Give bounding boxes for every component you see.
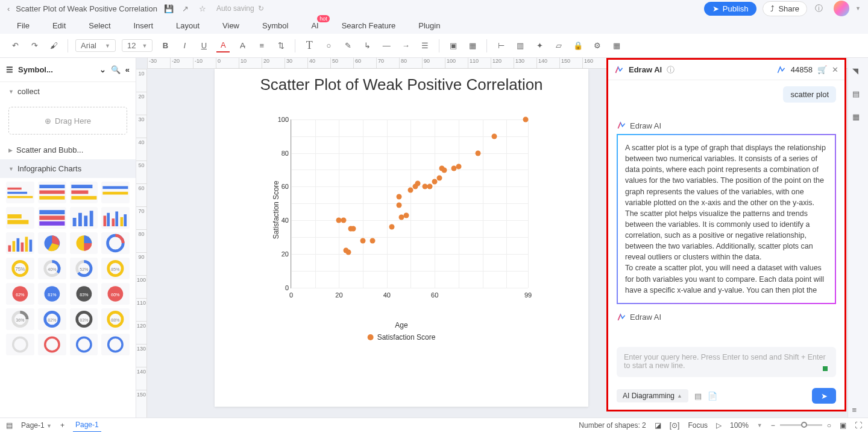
ai-tool-icon[interactable]: ▤ [694,392,702,401]
chart-thumb[interactable] [70,334,98,355]
chart-thumb[interactable] [101,334,130,355]
page-tab[interactable]: Page-1 [73,418,101,433]
shape-tool-icon[interactable]: ○ [322,39,335,52]
menu-insert[interactable]: Insert [134,21,154,30]
ai-help-icon[interactable]: ⓘ [667,65,675,75]
ai-tool-icon[interactable]: 📄 [708,392,717,401]
chart-thumb[interactable]: 83% [70,308,98,330]
table-icon[interactable]: ▦ [610,39,623,52]
chart-thumb[interactable]: 36% [6,308,34,330]
back-button[interactable]: ‹ [7,4,10,13]
menu-select[interactable]: Select [89,21,110,30]
menu-layout[interactable]: Layout [176,21,200,30]
panel-icon[interactable]: ▤ [852,89,864,101]
help-icon[interactable]: ⓘ [813,3,824,14]
page-document[interactable]: Scatter Plot of Weak Positive Correlatio… [215,69,588,407]
share-button[interactable]: ⤴Share [763,1,807,16]
connector-tool-icon[interactable]: ↳ [360,39,374,52]
lock-icon[interactable]: 🔒 [571,39,585,52]
drag-here-dropzone[interactable]: ⊕Drag Here [8,107,127,135]
zoom-in-button[interactable]: ○ [827,421,831,430]
menu-file[interactable]: File [17,21,30,30]
menu-plugin[interactable]: Plugin [418,21,440,30]
chart-thumb[interactable]: 81% [38,283,66,305]
chart-thumb[interactable]: 75% [6,258,34,279]
add-page-button[interactable]: + [60,421,64,430]
avatar-menu-caret[interactable]: ▼ [855,5,861,11]
menu-symbol[interactable]: Symbol [262,21,288,30]
chart-thumb[interactable]: 60% [101,283,130,305]
export-icon[interactable]: ↗ [180,4,191,13]
text-color-button[interactable]: A [216,39,230,52]
group-icon[interactable]: ▥ [514,39,527,52]
ai-send-button[interactable]: ➤ [812,388,836,404]
library-menu-icon[interactable]: ☰ [6,65,13,74]
menu-search-feature[interactable]: Search Feature [342,21,396,30]
close-icon[interactable]: ✕ [832,65,838,74]
grid-icon[interactable]: ▦ [852,112,864,124]
pages-panel-icon[interactable]: ▤ [6,421,13,430]
erase-icon[interactable]: ▱ [552,39,565,52]
section-scatter-bubble[interactable]: ▶Scatter and Bubb... [0,141,136,159]
save-icon[interactable]: 💾 [163,4,174,13]
settings-strip-icon[interactable]: ≡ [852,405,864,418]
chart-thumb[interactable] [38,232,66,254]
chart-thumb[interactable] [101,182,130,203]
star-icon[interactable]: ☆ [197,4,208,13]
text-tool-icon[interactable]: T [303,39,316,52]
format-painter-icon[interactable]: 🖌 [47,39,60,52]
chart-thumb[interactable]: 52% [70,258,98,279]
chart-thumb[interactable]: 62% [6,283,34,305]
effects-icon[interactable]: ✦ [533,39,546,52]
line-style-button[interactable]: — [380,39,393,52]
chart-thumb[interactable]: 82% [38,308,66,330]
chart-thumb[interactable] [6,334,34,355]
chart-thumb[interactable] [38,182,66,203]
chart-thumb[interactable]: 85% [101,258,130,279]
fit-page-icon[interactable]: ▣ [840,421,846,430]
chart-thumb[interactable]: 83% [70,283,98,305]
focus-target-icon[interactable]: [⊙] [670,421,680,430]
chart-thumb[interactable]: 88% [101,308,130,330]
scatter-chart[interactable]: Satisfaction Score 020406080100020406099… [269,113,534,307]
menu-view[interactable]: View [222,21,239,30]
chart-thumb[interactable] [101,207,130,229]
chart-thumb[interactable] [38,207,66,229]
play-icon[interactable]: ▷ [716,421,722,430]
library-search-icon[interactable]: 🔍 [111,65,121,74]
layers-icon[interactable]: ◪ [655,421,661,430]
chart-thumb[interactable] [6,182,34,203]
line-weight-button[interactable]: ☰ [418,39,432,52]
chart-thumb[interactable] [38,334,66,355]
undo-button[interactable]: ↶ [8,39,22,52]
focus-label[interactable]: Focus [688,421,708,430]
zoom-value[interactable]: 100% [730,421,749,430]
menu-edit[interactable]: Edit [52,21,66,30]
theme-icon[interactable]: ◥ [852,66,864,78]
zoom-slider[interactable]: − ○ [771,421,831,430]
chart-thumb[interactable] [70,207,98,229]
font-size-select[interactable]: 12▼ [122,39,153,52]
italic-button[interactable]: I [178,39,191,52]
menu-ai[interactable]: AIhot [311,21,318,30]
image-tool-icon[interactable]: ▣ [447,39,460,52]
redo-button[interactable]: ↷ [28,39,41,52]
align-button[interactable]: ≡ [255,39,268,52]
arrow-style-button[interactable]: → [399,39,412,52]
clear-format-button[interactable]: A̶ [236,39,249,52]
chart-thumb[interactable] [6,207,34,229]
tools-icon[interactable]: ⚙ [591,39,604,52]
publish-button[interactable]: ➤Publish [704,2,757,16]
chart-thumb[interactable] [6,232,34,254]
bold-button[interactable]: B [159,39,172,52]
user-avatar[interactable] [834,1,849,16]
ai-mode-select[interactable]: AI Diagramming▲ [617,389,688,402]
ai-input-field[interactable]: Enter your query here. Press Enter to se… [617,347,836,377]
cart-icon[interactable]: 🛒 [817,65,827,74]
chart-thumb[interactable]: 40% [38,258,66,279]
section-collect[interactable]: ▼collect [0,82,136,101]
library-expand-icon[interactable]: ⌄ [99,65,106,74]
line-spacing-button[interactable]: ⇅ [274,39,288,52]
font-family-select[interactable]: Arial▼ [75,39,116,52]
zoom-out-button[interactable]: − [771,421,775,430]
